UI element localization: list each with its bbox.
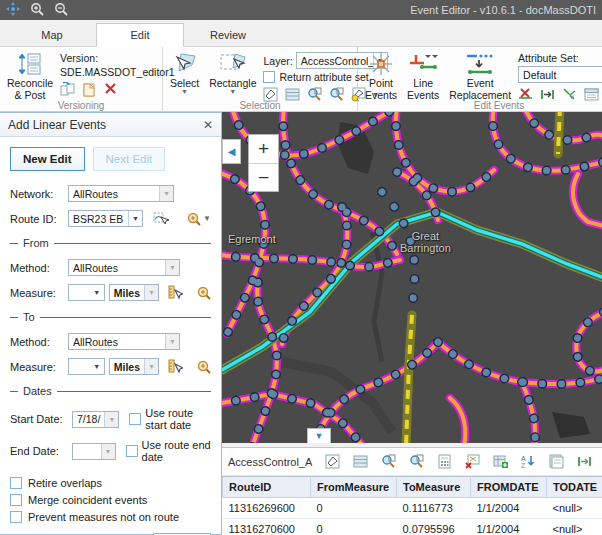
use-route-end-checkbox[interactable] xyxy=(126,445,138,457)
return-attribute-checkbox[interactable] xyxy=(263,71,275,83)
event-replacement-button[interactable]: Event Replacement xyxy=(446,50,514,102)
table-zoom-selected-icon[interactable] xyxy=(381,454,396,469)
table-header-row: RouteID FromMeasure ToMeasure FROMDATE T… xyxy=(223,477,602,498)
table-row[interactable]: 11316269600 0 0.1116773 1/1/2004 <null> … xyxy=(223,498,602,519)
group-selection: Select ▾ Rectangle ▾ Layer: AccessContro… xyxy=(163,47,358,111)
table-zoom-all-icon[interactable] xyxy=(409,454,424,469)
expand-table-arrow[interactable]: ▼ xyxy=(307,428,331,443)
zoom-out-icon[interactable] xyxy=(54,2,68,18)
from-method-select[interactable]: AllRoutes ▼ xyxy=(68,259,180,276)
end-date-input[interactable]: ▼ xyxy=(72,443,116,460)
version-value: SDE.MASSDOT_editor1 xyxy=(60,66,174,78)
to-method-select[interactable]: AllRoutes ▼ xyxy=(68,333,180,350)
col-frommeasure[interactable]: FromMeasure xyxy=(311,477,397,498)
use-route-start-checkbox[interactable] xyxy=(129,413,141,425)
table-move-event-icon[interactable] xyxy=(577,454,592,469)
to-measure-label: Measure: xyxy=(10,361,64,373)
svg-text:Z: Z xyxy=(521,462,526,469)
to-unit-select[interactable]: Miles ▼ xyxy=(109,358,159,375)
retire-overlaps-checkbox[interactable] xyxy=(10,477,22,489)
select-icon xyxy=(171,51,199,77)
new-edit-button[interactable]: New Edit xyxy=(10,147,85,171)
svg-text:A: A xyxy=(521,455,526,462)
table-layer-name: AccessControl_A xyxy=(228,456,312,468)
prevent-measures-checkbox[interactable] xyxy=(10,511,22,523)
select-button[interactable]: Select ▾ xyxy=(167,50,202,96)
merge-coincident-checkbox[interactable] xyxy=(10,494,22,506)
map-roads-layer xyxy=(222,112,602,443)
from-method-label: Method: xyxy=(10,262,64,274)
to-measure-caret: ▼ xyxy=(90,359,104,374)
use-route-start-label: Use route start date xyxy=(145,407,211,431)
zoom-to-route-icon[interactable] xyxy=(186,211,201,226)
pan-icon[interactable] xyxy=(6,2,20,18)
map-label-egremont: Egremont xyxy=(228,233,276,245)
table-add-record-icon[interactable] xyxy=(493,454,508,469)
table-select-features-icon[interactable] xyxy=(325,454,340,469)
panel-close-icon[interactable]: ✕ xyxy=(203,118,213,132)
map-zoom-out-button[interactable]: − xyxy=(249,163,278,191)
from-measure-caret: ▼ xyxy=(90,285,104,300)
to-zoom-icon[interactable] xyxy=(196,359,211,374)
table-calculate-icon[interactable] xyxy=(437,454,452,469)
tab-map[interactable]: Map xyxy=(8,24,96,46)
table-row[interactable]: 11316270600 0 0.0795596 1/1/2004 <null> … xyxy=(223,519,602,535)
table-select-rows-icon[interactable] xyxy=(353,454,368,469)
col-todate[interactable]: TODATE xyxy=(547,477,602,498)
group-edit-events: Point Events Line Events Event Replaceme… xyxy=(358,47,602,111)
line-events-button[interactable]: Line Events xyxy=(404,50,442,102)
map-zoom-in-button[interactable]: + xyxy=(249,135,278,163)
from-zoom-icon[interactable] xyxy=(196,285,211,300)
group-label-edit-events: Edit Events xyxy=(358,100,602,111)
dates-legend: Dates xyxy=(23,385,52,397)
new-version-icon[interactable] xyxy=(82,82,97,97)
rectangle-caret: ▾ xyxy=(231,89,235,95)
col-tomeasure[interactable]: ToMeasure xyxy=(397,477,471,498)
tab-review[interactable]: Review xyxy=(184,24,272,46)
table-sort-icon[interactable]: AZ xyxy=(521,454,536,469)
reconcile-post-button[interactable]: Reconcile & Post xyxy=(4,50,56,102)
point-events-button[interactable]: Point Events xyxy=(362,50,400,102)
zoom-in-icon[interactable] xyxy=(30,2,44,18)
from-measure-input[interactable]: ▼ xyxy=(68,284,105,301)
route-id-label: Route ID: xyxy=(10,213,64,225)
from-measure-pick-icon[interactable] xyxy=(167,285,182,300)
group-label-versioning: Versioning xyxy=(0,100,162,111)
retire-overlaps-label: Retire overlaps xyxy=(28,477,102,489)
next-edit-button[interactable]: Next Edit xyxy=(93,147,166,171)
network-select[interactable]: AllRoutes ▼ xyxy=(68,185,174,202)
delete-version-icon[interactable] xyxy=(104,82,119,97)
to-measure-pick-icon[interactable] xyxy=(167,359,182,374)
change-version-icon[interactable] xyxy=(60,82,75,97)
from-unit-select[interactable]: Miles ▼ xyxy=(109,284,159,301)
map-view[interactable]: Egremont Great Barrington ◀ + − ▼ xyxy=(222,112,602,443)
start-date-input[interactable]: 7/18/ ▼ xyxy=(72,411,119,428)
end-date-label: End Date: xyxy=(10,445,68,457)
panel-title: Add Linear Events xyxy=(8,118,106,132)
to-method-caret: ▼ xyxy=(165,334,179,349)
start-date-caret: ▼ xyxy=(104,412,118,427)
rectangle-button[interactable]: Rectangle ▾ xyxy=(206,50,259,96)
end-date-caret: ▼ xyxy=(101,444,115,459)
to-measure-input[interactable]: ▼ xyxy=(68,358,105,375)
layer-label: Layer: xyxy=(263,55,292,67)
attribute-table: RouteID FromMeasure ToMeasure FROMDATE T… xyxy=(222,476,602,535)
attribute-set-select[interactable]: Default ▼ xyxy=(518,66,602,83)
reconcile-post-icon xyxy=(17,51,43,77)
rectangle-select-icon xyxy=(218,51,248,77)
attribute-set-label: Attribute Set: xyxy=(518,52,602,64)
table-clear-selection-icon[interactable] xyxy=(465,454,480,469)
collapse-panel-arrow[interactable]: ◀ xyxy=(222,139,241,164)
tab-edit[interactable]: Edit xyxy=(96,23,184,47)
title-bar: Event Editor - v10.6.1 - docMassDOTI xyxy=(0,0,602,20)
route-id-select[interactable]: BSR23 EB ▼ xyxy=(68,210,143,227)
select-route-on-map-icon[interactable] xyxy=(153,211,168,226)
table-form-view-icon[interactable] xyxy=(549,454,564,469)
ribbon-tabs: Map Edit Review xyxy=(0,20,602,47)
zoom-to-route-caret[interactable]: ▼ xyxy=(203,216,211,222)
from-method-caret: ▼ xyxy=(165,260,179,275)
col-fromdate[interactable]: FROMDATE xyxy=(471,477,547,498)
col-routeid[interactable]: RouteID xyxy=(223,477,311,498)
line-events-icon xyxy=(408,51,438,77)
network-select-caret: ▼ xyxy=(159,186,173,201)
